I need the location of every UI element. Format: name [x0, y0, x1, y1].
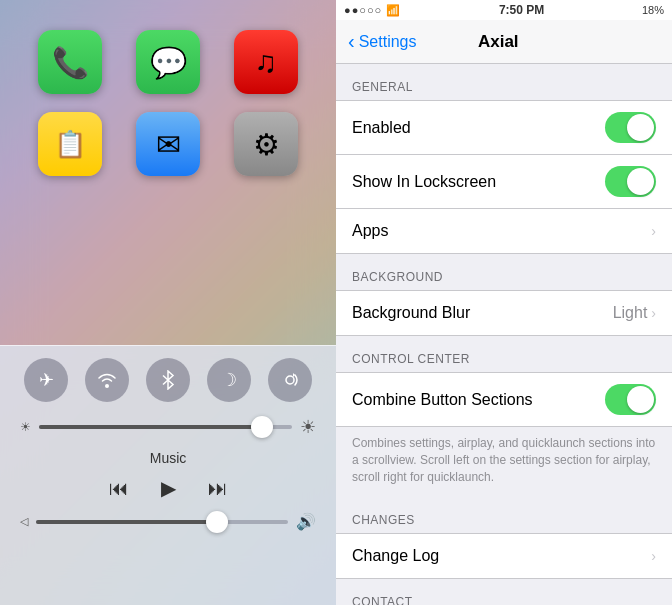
control-buttons: ✈ ☽: [16, 358, 320, 402]
app-grid: 📞 💬 ♫ 📋 ✉ ⚙: [20, 30, 316, 176]
change-log-row[interactable]: Change Log ›: [336, 534, 672, 578]
rewind-button[interactable]: ⏮: [109, 477, 129, 500]
back-label: Settings: [359, 33, 417, 51]
fast-forward-button[interactable]: ⏭: [208, 477, 228, 500]
rotation-lock-button[interactable]: [268, 358, 312, 402]
navigation-bar: ‹ Settings Axial: [336, 20, 672, 64]
change-log-value: ›: [651, 548, 656, 564]
toggle-knob: [627, 114, 654, 141]
music-controls: ⏮ ▶ ⏭: [16, 476, 320, 500]
background-group: Background Blur Light ›: [336, 290, 672, 336]
svg-point-2: [286, 376, 294, 384]
app-icon-phone[interactable]: 📞: [38, 30, 102, 94]
page-title: Axial: [478, 32, 519, 52]
control-center: ✈ ☽: [0, 345, 336, 605]
combine-sections-description: Combines settings, airplay, and quicklau…: [336, 427, 672, 497]
enabled-toggle[interactable]: [605, 112, 656, 143]
section-header-contact: CONTACT: [336, 579, 672, 605]
chevron-right-icon-2: ›: [651, 305, 656, 321]
combine-sections-label: Combine Button Sections: [352, 391, 533, 409]
combine-sections-toggle[interactable]: [605, 384, 656, 415]
app-icon-mail[interactable]: ✉: [136, 112, 200, 176]
section-header-changes: CHANGES: [336, 497, 672, 533]
airplane-mode-button[interactable]: ✈: [24, 358, 68, 402]
app-icon-music[interactable]: ♫: [234, 30, 298, 94]
wifi-button[interactable]: [85, 358, 129, 402]
control-center-group: Combine Button Sections: [336, 372, 672, 427]
background-blur-value: Light ›: [613, 304, 656, 322]
volume-slider[interactable]: [36, 520, 288, 524]
battery-percent: 18%: [642, 4, 664, 16]
left-panel: 📞 💬 ♫ 📋 ✉ ⚙ ✈: [0, 0, 336, 605]
right-panel: ●●○○○ 📶 7:50 PM 18% ‹ Settings Axial GEN…: [336, 0, 672, 605]
apps-label: Apps: [352, 222, 388, 240]
enabled-row[interactable]: Enabled: [336, 101, 672, 155]
do-not-disturb-button[interactable]: ☽: [207, 358, 251, 402]
app-icon-settings[interactable]: ⚙: [234, 112, 298, 176]
status-bar: ●●○○○ 📶 7:50 PM 18%: [336, 0, 672, 20]
brightness-slider[interactable]: [39, 425, 292, 429]
changes-group: Change Log ›: [336, 533, 672, 579]
section-header-background: BACKGROUND: [336, 254, 672, 290]
chevron-right-icon-3: ›: [651, 548, 656, 564]
app-icon-notes[interactable]: 📋: [38, 112, 102, 176]
section-header-control-center: CONTROL CENTER: [336, 336, 672, 372]
chevron-right-icon: ›: [651, 223, 656, 239]
show-lockscreen-toggle[interactable]: [605, 166, 656, 197]
background-blur-current: Light: [613, 304, 648, 322]
back-button[interactable]: ‹ Settings: [348, 30, 416, 53]
apps-value: ›: [651, 223, 656, 239]
bluetooth-button[interactable]: [146, 358, 190, 402]
combine-sections-row[interactable]: Combine Button Sections: [336, 373, 672, 426]
apps-row[interactable]: Apps ›: [336, 209, 672, 253]
brightness-low-icon: ☀: [20, 420, 31, 434]
background-blur-label: Background Blur: [352, 304, 470, 322]
music-label: Music: [16, 450, 320, 466]
chevron-left-icon: ‹: [348, 30, 355, 53]
volume-low-icon: ◁: [20, 515, 28, 528]
toggle-knob-3: [627, 386, 654, 413]
section-header-general: GENERAL: [336, 64, 672, 100]
show-lockscreen-row[interactable]: Show In Lockscreen: [336, 155, 672, 209]
brightness-row: ☀ ☀: [16, 416, 320, 438]
brightness-high-icon: ☀: [300, 416, 316, 438]
status-time: 7:50 PM: [499, 3, 544, 17]
background-blur-row[interactable]: Background Blur Light ›: [336, 291, 672, 335]
battery-indicator: 18%: [642, 4, 664, 16]
volume-high-icon: 🔊: [296, 512, 316, 531]
volume-row: ◁ 🔊: [16, 512, 320, 531]
enabled-label: Enabled: [352, 119, 411, 137]
show-lockscreen-label: Show In Lockscreen: [352, 173, 496, 191]
change-log-label: Change Log: [352, 547, 439, 565]
app-icon-messages[interactable]: 💬: [136, 30, 200, 94]
general-group: Enabled Show In Lockscreen Apps ›: [336, 100, 672, 254]
settings-content: GENERAL Enabled Show In Lockscreen Apps …: [336, 64, 672, 605]
toggle-knob-2: [627, 168, 654, 195]
signal-indicator: ●●○○○ 📶: [344, 4, 401, 17]
play-button[interactable]: ▶: [161, 476, 176, 500]
